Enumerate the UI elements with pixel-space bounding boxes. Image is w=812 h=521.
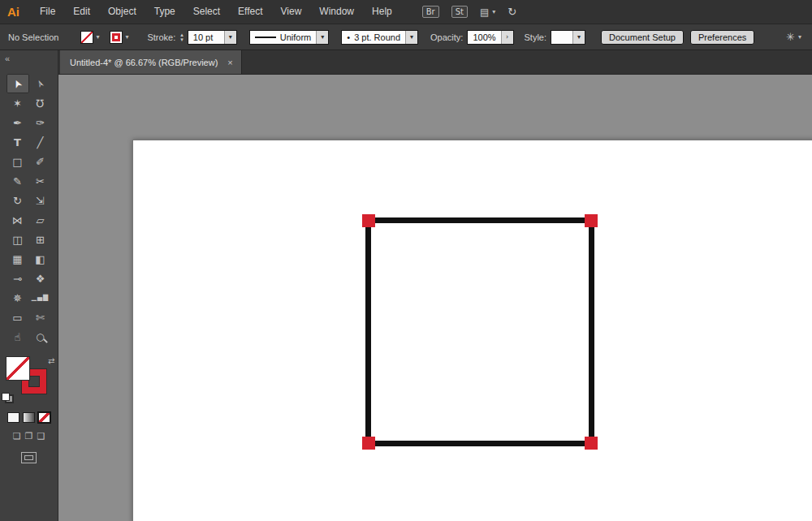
draw-normal-icon[interactable]: ❏ [13,431,21,441]
menu-edit[interactable]: Edit [64,0,99,24]
color-button[interactable] [7,412,19,423]
selection-arrow-icon: ➤ [11,77,24,89]
chevron-down-icon[interactable]: ▾ [96,33,99,41]
control-bar-options[interactable]: ✳ ▾ [786,31,801,43]
rotate-tool[interactable]: ↻ [6,191,29,210]
stroke-weight-dropdown[interactable]: 10 pt ▾ [188,30,237,45]
chevron-down-icon[interactable]: ▾ [572,31,585,44]
zoom-tool[interactable]: ○ [29,327,52,347]
hand-icon: ☝ [15,332,21,342]
eyedropper-tool[interactable]: ⊸ [6,269,29,288]
fill-color-control[interactable]: ▾ [80,31,99,44]
type-tool[interactable]: T [6,132,29,152]
menu-type[interactable]: Type [145,0,184,24]
blend-icon: ❖ [36,273,45,284]
line-segment-tool[interactable]: ╱ [29,132,52,152]
stroke-color-control[interactable]: ▾ [110,31,128,44]
draw-inside-icon[interactable]: ❑ [37,431,45,441]
direct-selection-tool[interactable]: ➢ [29,74,52,93]
menu-help[interactable]: Help [363,0,401,24]
tools-grid: ➤➢✶℧✒✑T╱□✐✎✂↻⇲⋈▱◫⊞▦◧⊸❖✵▁▄▇▭✄☝○ [6,74,52,347]
stock-button[interactable]: St [451,6,468,18]
free-transform-tool[interactable]: ▱ [29,210,52,230]
stroke-weight-stepper[interactable]: ▴ ▾ [180,32,184,42]
document-setup-button[interactable]: Document Setup [601,30,684,45]
free-transform-icon: ▱ [37,215,45,226]
variable-width-profile-dropdown[interactable]: Uniform ▾ [249,30,330,45]
tools-panel: « ➤➢✶℧✒✑T╱□✐✎✂↻⇲⋈▱◫⊞▦◧⊸❖✵▁▄▇▭✄☝○ ⇄ ❏❐❑ [0,50,58,521]
lasso-tool[interactable]: ℧ [29,93,52,113]
menu-file[interactable]: File [31,0,64,24]
shape-builder-tool[interactable]: ◫ [6,230,29,249]
gradient-button[interactable] [23,412,35,423]
opacity-label[interactable]: Opacity: [430,32,463,42]
opacity-value[interactable]: 100% [468,31,500,44]
collapse-panel-icon[interactable]: « [5,54,10,63]
menu-select[interactable]: Select [184,0,229,24]
app-logo: Ai [7,5,19,19]
style-dropdown[interactable]: ▾ [551,30,585,45]
brush-value[interactable]: 3 pt. Round [354,32,400,42]
shaper-tool[interactable]: ✎ [6,171,29,191]
slice-tool[interactable]: ✄ [29,308,52,327]
fill-none-swatch[interactable] [80,31,93,44]
chevron-down-icon[interactable]: ▾ [405,31,417,44]
gradient-tool[interactable]: ◧ [29,249,52,269]
bridge-button[interactable]: Br [422,6,439,18]
stroke-weight-value[interactable]: 10 pt [188,31,224,44]
magic-wand-tool[interactable]: ✶ [6,93,29,113]
blend-tool[interactable]: ❖ [29,269,52,288]
brush-dot-icon: • [347,32,350,42]
selection-tool[interactable]: ➤ [6,74,29,93]
fill-stroke-indicator: ⇄ [0,356,58,403]
artboard-tool[interactable]: ▭ [6,308,29,327]
swap-fill-stroke-icon[interactable]: ⇄ [48,356,54,365]
style-value[interactable] [551,31,572,44]
menu-view[interactable]: View [272,0,311,24]
menu-effect[interactable]: Effect [229,0,271,24]
eraser-tool[interactable]: ✂ [29,171,52,191]
chevron-down-icon[interactable]: ▾ [316,31,328,44]
stroke-color-swatch[interactable] [110,31,123,44]
pen-icon: ✒ [13,118,22,128]
type-icon: T [14,137,21,148]
rectangle-corner-mark [585,214,598,227]
artboard[interactable] [132,140,812,521]
style-label: Style: [525,32,547,42]
arrange-documents-button[interactable]: ▤ ▾ [480,6,495,18]
brush-definition-dropdown[interactable]: • 3 pt. Round ▾ [341,30,418,45]
chevron-down-icon[interactable]: ▾ [224,31,236,44]
pasteboard[interactable] [58,75,812,521]
width-tool[interactable]: ⋈ [6,210,29,230]
scale-tool[interactable]: ⇲ [29,191,52,210]
drawn-rectangle[interactable] [365,217,594,446]
close-icon[interactable]: × [227,58,232,67]
curvature-tool[interactable]: ✑ [29,113,52,132]
hand-tool[interactable]: ☝ [6,327,29,347]
profile-value[interactable]: Uniform [280,32,312,42]
stepper-down-icon[interactable]: ▾ [180,37,184,42]
default-fill-stroke-icon[interactable] [2,393,14,403]
mesh-tool[interactable]: ▦ [6,249,29,269]
column-graph-tool[interactable]: ▁▄▇ [29,288,52,308]
opacity-field[interactable]: 100% › [467,30,513,45]
stroke-ring-icon [112,33,120,41]
perspective-grid-tool[interactable]: ⊞ [29,230,52,249]
preferences-button[interactable]: Preferences [690,30,754,45]
fill-none-swatch[interactable] [6,356,30,381]
menu-object[interactable]: Object [99,0,145,24]
screen-mode-button[interactable] [21,452,37,463]
symbol-sprayer-tool[interactable]: ✵ [6,288,29,308]
paintbrush-tool[interactable]: ✐ [29,152,52,171]
menu-window[interactable]: Window [310,0,363,24]
draw-behind-icon[interactable]: ❐ [25,431,33,441]
pen-tool[interactable]: ✒ [6,113,29,132]
document-tab[interactable]: Untitled-4* @ 66.67% (RGB/Preview) × [60,50,242,74]
rectangle-tool[interactable]: □ [6,152,29,171]
none-button[interactable] [38,412,50,423]
stroke-label[interactable]: Stroke: [147,32,175,42]
sync-icon[interactable]: ↻ [508,6,516,18]
opacity-more-icon[interactable]: › [501,31,513,44]
chevron-down-icon[interactable]: ▾ [125,33,128,41]
rotate-icon: ↻ [13,196,22,206]
